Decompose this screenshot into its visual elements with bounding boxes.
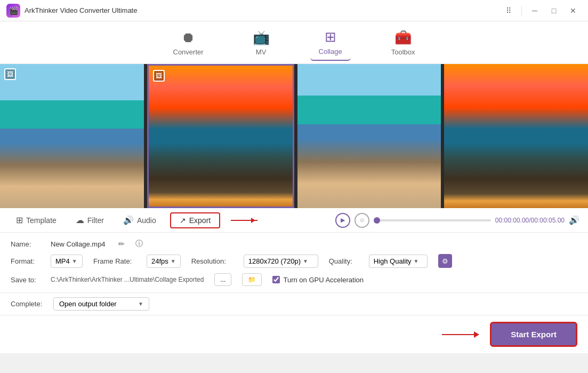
template-icon: ⊞ <box>16 215 23 225</box>
minimize-button[interactable]: ─ <box>526 3 543 18</box>
red-arrowhead <box>474 331 479 338</box>
resolution-label: Resolution: <box>191 257 233 265</box>
gpu-checkbox[interactable] <box>272 276 280 283</box>
tab-audio[interactable]: 🔊 Audio <box>116 212 164 228</box>
info-icon[interactable]: ⓘ <box>135 239 143 249</box>
preview-panel-2[interactable]: 🖼 <box>147 64 294 208</box>
progress-dot <box>374 217 380 224</box>
menu-button[interactable]: ⠿ <box>500 3 517 18</box>
tab-export[interactable]: ↗ Export <box>170 212 220 228</box>
quality-settings-button[interactable]: ⚙ <box>438 254 452 268</box>
framerate-arrow: ▼ <box>171 258 176 264</box>
mv-icon: 📺 <box>253 29 270 46</box>
name-value: New Collage.mp4 <box>51 240 106 248</box>
progress-bar[interactable] <box>374 219 491 221</box>
save-path: C:\ArkThinker\ArkThinker ...Ultimate\Col… <box>51 276 204 283</box>
time-display: 00:00:00.00/00:00:05.00 <box>495 217 565 224</box>
nav-label-mv: MV <box>256 48 267 56</box>
start-export-arrow <box>442 331 479 338</box>
resolution-arrow: ▼ <box>303 258 308 264</box>
close-button[interactable]: ✕ <box>565 3 582 18</box>
nav-label-toolbox: Toolbox <box>391 48 415 56</box>
quality-value: High Quality <box>374 257 412 265</box>
browse-button[interactable]: ... <box>214 273 231 286</box>
titlebar: 🎬 ArkThinker Video Converter Ultimate ⠿ … <box>0 0 588 21</box>
complete-select[interactable]: Open output folder ▼ <box>53 297 149 311</box>
quality-label: Quality: <box>329 257 358 265</box>
nav-item-converter[interactable]: ⏺ Converter <box>165 25 212 60</box>
framerate-select[interactable]: 24fps ▼ <box>147 255 181 268</box>
audio-icon: 🔊 <box>123 215 134 225</box>
tab-export-label: Export <box>189 216 211 225</box>
format-arrow: ▼ <box>72 258 77 264</box>
framerate-value: 24fps <box>151 257 168 265</box>
tab-template-label: Template <box>26 216 57 225</box>
navbar: ⏺ Converter 📺 MV ⊞ Collage 🧰 Toolbox <box>0 21 588 64</box>
beach-image-2 <box>297 64 441 208</box>
tab-filter-label: Filter <box>87 216 104 225</box>
format-value: MP4 <box>55 257 70 265</box>
filter-icon: ☁ <box>76 215 84 225</box>
stop-button[interactable]: ⊙ <box>355 213 369 228</box>
nav-item-mv[interactable]: 📺 MV <box>244 25 278 60</box>
titlebar-separator <box>521 6 522 15</box>
player-controls: ▶ ⊙ 00:00:00.00/00:00:05.00 🔊 <box>335 213 579 228</box>
export-arrow-line <box>231 220 257 221</box>
complete-label: Complete: <box>11 300 53 308</box>
volume-icon[interactable]: 🔊 <box>569 215 579 225</box>
nav-label-collage: Collage <box>319 47 342 55</box>
tab-filter[interactable]: ☁ Filter <box>68 212 111 228</box>
save-label: Save to: <box>11 276 40 284</box>
name-row: Name: New Collage.mp4 ✏ ⓘ <box>11 239 577 249</box>
tabs-bar: ⊞ Template ☁ Filter 🔊 Audio ↗ Export ▶ ⊙… <box>0 208 588 233</box>
red-arrow-line <box>442 334 474 335</box>
preview-panel-4[interactable] <box>444 64 588 208</box>
resolution-value: 1280x720 (720p) <box>248 257 301 265</box>
start-export-area: Start Export <box>0 315 588 353</box>
export-arrow <box>231 220 257 221</box>
converter-icon: ⏺ <box>181 29 195 46</box>
time-total: 00:00:05.00 <box>531 217 565 224</box>
add-media-icon-2[interactable]: 🖼 <box>153 70 165 82</box>
sunset-image-2 <box>444 64 588 208</box>
preview-panel-1[interactable]: 🖼 <box>0 64 144 208</box>
quality-select[interactable]: High Quality ▼ <box>369 255 428 268</box>
preview-panel-3[interactable] <box>297 64 441 208</box>
gpu-acceleration-check[interactable]: Turn on GPU Acceleration <box>272 276 364 284</box>
maximize-button[interactable]: □ <box>545 3 562 18</box>
format-row: Format: MP4 ▼ Frame Rate: 24fps ▼ Resolu… <box>11 254 577 268</box>
complete-arrow: ▼ <box>138 301 143 307</box>
nav-label-converter: Converter <box>173 48 204 56</box>
beach-image-1: 🖼 <box>0 64 144 208</box>
nav-item-collage[interactable]: ⊞ Collage <box>310 25 351 61</box>
gpu-label: Turn on GPU Acceleration <box>283 276 364 284</box>
sunset-image: 🖼 <box>149 66 293 207</box>
save-row: Save to: C:\ArkThinker\ArkThinker ...Ult… <box>11 273 577 286</box>
resolution-select[interactable]: 1280x720 (720p) ▼ <box>244 255 318 268</box>
complete-value: Open output folder <box>59 300 117 308</box>
settings-panel: Name: New Collage.mp4 ✏ ⓘ Format: MP4 ▼ … <box>0 233 588 293</box>
quality-arrow: ▼ <box>414 258 419 264</box>
collage-icon: ⊞ <box>325 29 336 45</box>
browse-label: ... <box>220 276 225 283</box>
folder-icon: 📁 <box>248 276 256 283</box>
titlebar-controls: ⠿ ─ □ ✕ <box>500 3 582 18</box>
export-icon: ↗ <box>180 216 186 225</box>
start-export-button[interactable]: Start Export <box>490 322 577 347</box>
play-button[interactable]: ▶ <box>335 213 350 228</box>
edit-name-icon[interactable]: ✏ <box>118 240 125 248</box>
start-export-arrow-container <box>442 331 479 338</box>
add-media-icon-1[interactable]: 🖼 <box>4 68 16 80</box>
name-label: Name: <box>11 240 40 248</box>
framerate-label: Frame Rate: <box>93 257 136 265</box>
nav-item-toolbox[interactable]: 🧰 Toolbox <box>383 25 424 60</box>
app-icon: 🎬 <box>6 4 20 18</box>
titlebar-left: 🎬 ArkThinker Video Converter Ultimate <box>6 4 137 18</box>
tab-audio-label: Audio <box>137 216 156 225</box>
time-current: 00:00:00.00 <box>495 217 529 224</box>
open-folder-button[interactable]: 📁 <box>242 273 262 286</box>
format-select[interactable]: MP4 ▼ <box>51 255 83 268</box>
app-title: ArkThinker Video Converter Ultimate <box>25 6 137 14</box>
tab-template[interactable]: ⊞ Template <box>9 212 64 228</box>
toolbox-icon: 🧰 <box>394 29 412 46</box>
